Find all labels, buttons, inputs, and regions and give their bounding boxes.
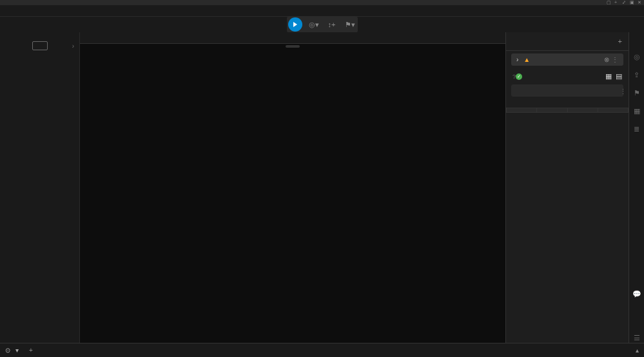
more-icon[interactable]: ⋮ — [612, 56, 618, 63]
col-duration[interactable] — [598, 108, 628, 113]
device-selector[interactable]: ⊙ ▾ — [5, 347, 19, 354]
window-controls: ▢ + ⤢ ▣ ✕ — [607, 0, 643, 5]
win-icon[interactable]: ✕ — [638, 0, 643, 5]
timeline-header — [80, 32, 505, 44]
connection-icon: ⊙ — [5, 347, 10, 354]
win-icon[interactable]: + — [614, 0, 620, 5]
status-check-icon: ✓ — [516, 73, 522, 80]
toolbar-center: ◎▾ ↕+ ⚑▾ — [287, 16, 358, 33]
chevron-down-icon: ▾ — [15, 347, 19, 354]
win-icon[interactable]: ▢ — [607, 0, 612, 5]
analyzers-header: + — [506, 32, 629, 51]
data-header: ? ✓ ▦ ▤ — [506, 68, 629, 84]
win-icon[interactable]: ⤢ — [622, 0, 627, 5]
chevron-up-icon: ▴ — [636, 347, 639, 354]
device-icon — [32, 41, 48, 50]
flag-icon[interactable]: ⚑▾ — [344, 18, 356, 31]
right-panel: + › ▲ ⊗ ⋮ ? ✓ ▦ ▤ ⋮ — [505, 32, 629, 343]
add-session-button[interactable]: + — [29, 347, 33, 354]
search-input[interactable] — [516, 87, 618, 94]
warning-icon: ▲ — [523, 56, 530, 63]
timer-icon[interactable]: ◎▾ — [307, 18, 320, 31]
device-box[interactable]: › — [0, 32, 79, 59]
right-sidebar-icons: ◎ ⇪ ⚑ ▦ ≣ 💬 ☰ — [629, 32, 644, 343]
toolbar: ◎▾ ↕+ ⚑▾ — [0, 17, 644, 32]
expand-arrow-icon[interactable]: › — [72, 43, 74, 50]
play-icon — [292, 21, 298, 28]
zoom-indicator[interactable]: ▴ — [636, 347, 639, 354]
chevron-right-icon: › — [516, 56, 518, 63]
win-icon[interactable]: ▣ — [630, 0, 635, 5]
menubar — [0, 5, 644, 17]
measure-icon[interactable]: ↕+ — [326, 18, 338, 31]
clear-icon[interactable]: ⊗ — [604, 56, 609, 63]
grid-view-icon[interactable]: ▦ — [605, 72, 612, 81]
titlebar: ▢ + ⤢ ▣ ✕ — [0, 0, 644, 5]
data-table[interactable] — [506, 108, 629, 343]
play-button[interactable] — [288, 17, 302, 32]
footer: ⊙ ▾ + ▴ — [0, 343, 644, 357]
col-type[interactable] — [537, 108, 567, 113]
share-icon[interactable]: ⇪ — [632, 70, 642, 80]
search-box[interactable] — [511, 84, 623, 97]
menu-icon[interactable]: ☰ — [632, 333, 642, 343]
terminal-view-icon[interactable]: ▤ — [616, 72, 622, 81]
channel-sidebar: › — [0, 32, 80, 343]
search-more-icon[interactable]: ⋮ — [620, 88, 644, 96]
layers-icon[interactable]: ≣ — [632, 124, 642, 134]
grid-icon[interactable]: ▦ — [632, 106, 642, 116]
trigger-view-row[interactable]: › ▲ ⊗ ⋮ — [511, 53, 623, 66]
target-icon[interactable]: ◎ — [632, 52, 642, 62]
col-start[interactable] — [567, 108, 598, 113]
add-analyzer-button[interactable]: + — [618, 37, 622, 45]
chat-icon[interactable]: 💬 — [632, 289, 642, 299]
waveform-area[interactable] — [80, 32, 505, 343]
